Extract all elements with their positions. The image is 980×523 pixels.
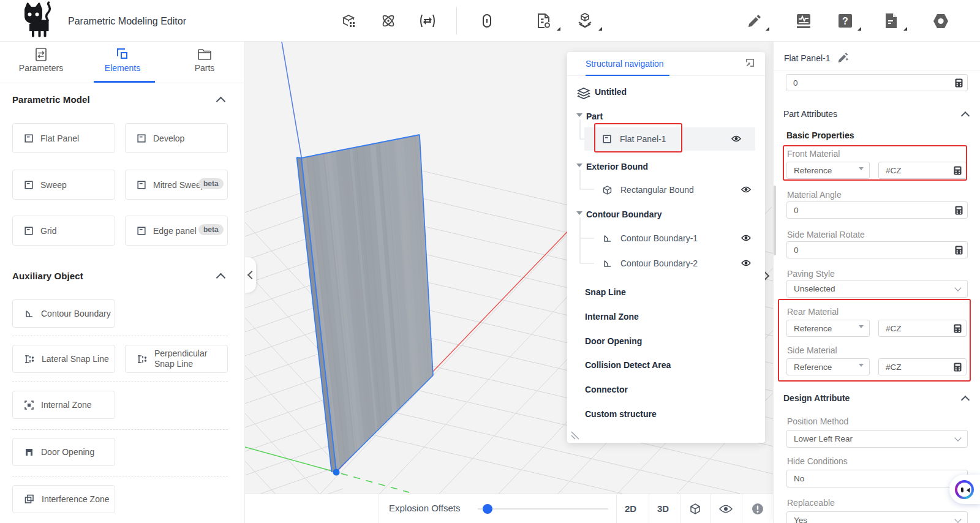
svg-text:?: ? [842,16,848,26]
